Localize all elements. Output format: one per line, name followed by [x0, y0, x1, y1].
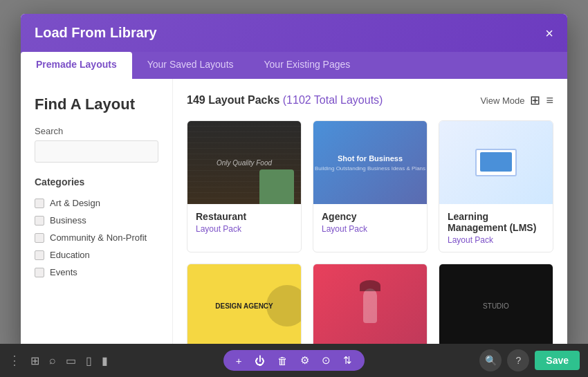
- modal: Load From Library × Premade Layouts Your…: [21, 14, 567, 353]
- bottom-toolbar: ⋮ ⊞ ⌕ ▭ ▯ ▮ + ⏻ 🗑 ⚙ ⊙ ⇅ 🔍 ? Save: [0, 344, 588, 377]
- category-label: Education: [50, 250, 90, 260]
- design-preview: DESIGN AGENCY: [187, 264, 301, 347]
- grid-view-icon[interactable]: ⊞: [530, 93, 540, 108]
- search-button[interactable]: 🔍: [479, 349, 502, 371]
- list-view-icon[interactable]: ≡: [546, 93, 553, 108]
- tab-premade[interactable]: Premade Layouts: [21, 52, 132, 79]
- checkbox-events[interactable]: [35, 268, 44, 277]
- category-label: Events: [50, 267, 77, 277]
- modal-overlay: Load From Library × Premade Layouts Your…: [0, 0, 588, 344]
- power-icon[interactable]: ⏻: [255, 355, 265, 367]
- toolbar-center: + ⏻ 🗑 ⚙ ⊙ ⇅: [223, 350, 365, 371]
- category-art-design[interactable]: Art & Design: [35, 194, 158, 212]
- settings-icon[interactable]: ⚙: [300, 354, 309, 367]
- card-info-restaurant: Restaurant Layout Pack: [187, 204, 301, 241]
- mobile-icon[interactable]: ▮: [102, 354, 108, 367]
- help-button[interactable]: ?: [507, 349, 529, 371]
- toolbar-left: ⋮ ⊞ ⌕ ▭ ▯ ▮: [8, 353, 108, 368]
- toolbar-actions: + ⏻ 🗑 ⚙ ⊙ ⇅: [223, 350, 365, 371]
- card-name: Restaurant: [196, 211, 293, 222]
- card-image-design: DESIGN AGENCY: [187, 264, 301, 347]
- view-mode: View Mode ⊞ ≡: [480, 93, 553, 108]
- checkbox-art[interactable]: [35, 199, 44, 208]
- layout-card-agency[interactable]: Shot for Business Building Outstanding B…: [313, 120, 428, 252]
- layout-cards-grid: Only Quality Food Restaurant Layout Pack: [187, 120, 553, 353]
- view-mode-label: View Mode: [480, 95, 524, 106]
- checkbox-education[interactable]: [35, 250, 44, 260]
- layout-card-design[interactable]: DESIGN AGENCY Design Agency Layout Pack: [187, 264, 302, 353]
- toolbar-right: 🔍 ? Save: [479, 349, 580, 371]
- checkbox-community[interactable]: [35, 233, 44, 243]
- restaurant-thumbnail: [259, 169, 294, 204]
- layout-card-dark[interactable]: STUDIO Dark Studio Layout Pack: [439, 264, 553, 353]
- design-circle: [266, 285, 301, 327]
- card-name: Learning Management (LMS): [448, 211, 544, 233]
- trash-icon[interactable]: 🗑: [277, 355, 288, 367]
- add-icon[interactable]: +: [236, 355, 242, 367]
- modal-title: Load From Library: [35, 25, 157, 41]
- tab-saved[interactable]: Your Saved Layouts: [132, 52, 249, 79]
- agency-content: Shot for Business Building Outstanding B…: [315, 154, 425, 172]
- card-image-lms: [439, 121, 553, 204]
- search-input[interactable]: [35, 140, 158, 163]
- tablet-icon[interactable]: ▯: [86, 354, 92, 367]
- agency-preview: Shot for Business Building Outstanding B…: [313, 121, 427, 204]
- card-info-agency: Agency Layout Pack: [313, 204, 427, 241]
- pack-count: 149 Layout Packs: [187, 94, 279, 106]
- search-label: Search: [35, 126, 158, 136]
- dark-preview: STUDIO: [439, 264, 553, 347]
- design-label: DESIGN AGENCY: [215, 302, 273, 310]
- category-community[interactable]: Community & Non-Profit: [35, 229, 158, 246]
- checkbox-business[interactable]: [35, 216, 44, 226]
- modal-close-button[interactable]: ×: [545, 26, 553, 40]
- layout-card-restaurant[interactable]: Only Quality Food Restaurant Layout Pack: [187, 120, 302, 252]
- lms-preview: [439, 121, 553, 204]
- categories-title: Categories: [35, 176, 158, 187]
- dots-icon[interactable]: ⋮: [8, 353, 21, 368]
- layout-icon[interactable]: ⇅: [343, 354, 352, 367]
- card-image-agency: Shot for Business Building Outstanding B…: [313, 121, 427, 204]
- modal-header: Load From Library ×: [21, 14, 567, 52]
- total-count: (1102 Total Layouts): [283, 94, 383, 106]
- content-header: 149 Layout Packs (1102 Total Layouts) Vi…: [187, 93, 553, 108]
- laptop-icon: [475, 149, 517, 176]
- restaurant-tagline: Only Quality Food: [217, 159, 272, 167]
- fashion-hat: [360, 280, 380, 291]
- monitor-icon[interactable]: ▭: [66, 354, 76, 367]
- card-image-fashion: [313, 264, 427, 347]
- card-type: Layout Pack: [322, 224, 419, 234]
- history-icon[interactable]: ⊙: [322, 354, 331, 367]
- card-type: Layout Pack: [448, 235, 544, 245]
- category-education[interactable]: Education: [35, 246, 158, 264]
- fashion-figure: [363, 288, 377, 323]
- grid-icon[interactable]: ⊞: [30, 354, 39, 367]
- fashion-preview: [313, 264, 427, 347]
- category-events[interactable]: Events: [35, 264, 158, 281]
- agency-headline: Shot for Business: [315, 154, 425, 163]
- category-label: Art & Design: [50, 198, 100, 208]
- layout-count: 149 Layout Packs (1102 Total Layouts): [187, 94, 383, 107]
- agency-subtext: Building Outstanding Business Ideas & Pl…: [315, 165, 425, 172]
- sidebar-title: Find A Layout: [35, 95, 158, 113]
- category-business[interactable]: Business: [35, 212, 158, 229]
- category-label: Community & Non-Profit: [50, 232, 147, 243]
- content-area: 149 Layout Packs (1102 Total Layouts) Vi…: [173, 79, 567, 353]
- card-image-dark: STUDIO: [439, 264, 553, 347]
- search-icon[interactable]: ⌕: [49, 354, 56, 367]
- modal-tabs: Premade Layouts Your Saved Layouts Your …: [21, 52, 567, 79]
- card-image-restaurant: Only Quality Food: [187, 121, 301, 204]
- tab-existing[interactable]: Your Existing Pages: [249, 52, 366, 79]
- sidebar: Find A Layout Search Categories Art & De…: [21, 79, 173, 353]
- laptop-screen: [480, 152, 512, 172]
- card-name: Agency: [322, 211, 419, 222]
- dark-text: STUDIO: [483, 302, 509, 310]
- category-label: Business: [50, 215, 86, 226]
- layout-card-lms[interactable]: Learning Management (LMS) Layout Pack: [439, 120, 553, 252]
- save-button[interactable]: Save: [535, 351, 580, 370]
- card-info-lms: Learning Management (LMS) Layout Pack: [439, 204, 553, 252]
- card-type: Layout Pack: [196, 224, 293, 234]
- modal-body: Find A Layout Search Categories Art & De…: [21, 79, 567, 353]
- layout-card-fashion[interactable]: High Fashion Layout Pack: [313, 264, 428, 353]
- restaurant-preview: Only Quality Food: [187, 121, 301, 204]
